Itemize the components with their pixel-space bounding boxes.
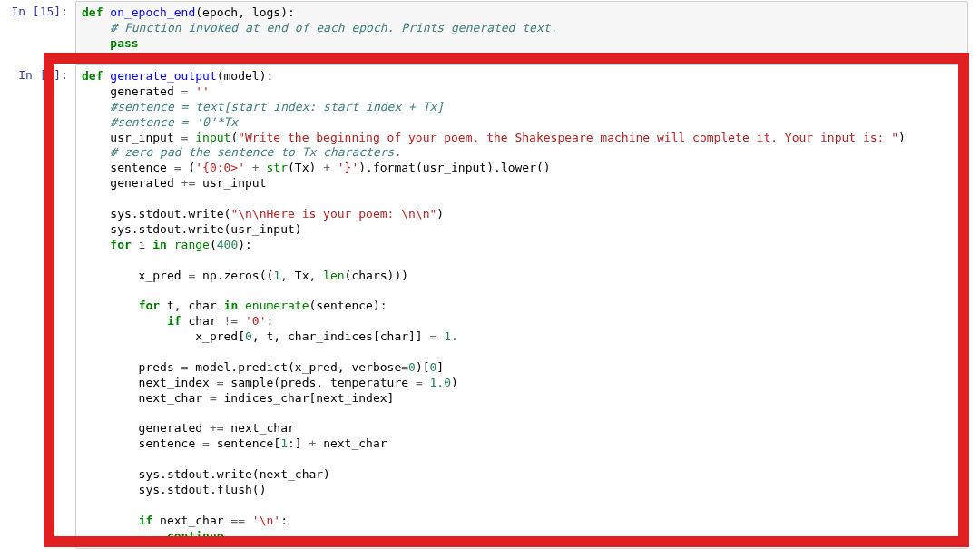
token-bin: range [174, 238, 210, 251]
token-com: #sentence = text[start_index: start_inde… [110, 100, 444, 113]
token-text: sys.stdout.flush() [82, 483, 267, 496]
token-kw: for [139, 299, 160, 312]
token-num: 0 [245, 329, 252, 343]
token-str: '{0:0>' [195, 161, 245, 174]
token-kw: pass [110, 36, 138, 50]
token-text: x_pred [82, 269, 188, 282]
token-text: next_char [224, 421, 295, 435]
token-text: ) [451, 376, 458, 389]
token-str: '}' [338, 161, 358, 174]
token-text: : [280, 514, 288, 527]
token-kw: in [152, 238, 167, 251]
token-op: != [224, 314, 239, 328]
token-str: "Write the beginning of your poem, the S… [238, 131, 898, 144]
token-text: (epoch, logs): [195, 5, 295, 19]
token-com: # Function invoked at end of each epoch.… [110, 21, 557, 34]
token-op: = [401, 360, 408, 374]
token-text [330, 161, 338, 174]
token-def: on_epoch_end [110, 5, 195, 19]
token-kw: in [224, 299, 239, 312]
token-text: i [132, 238, 152, 251]
token-text: ] [436, 360, 444, 374]
token-bin: str [267, 161, 288, 174]
token-text: next_char [316, 436, 387, 450]
token-text: usr_input [82, 131, 181, 144]
token-text: )[ [416, 360, 430, 374]
token-kw: def [82, 69, 110, 83]
token-text: generated [82, 421, 210, 435]
code-input-area[interactable]: def on_epoch_end(epoch, logs): # Functio… [75, 1, 968, 56]
token-str: '0' [245, 314, 266, 328]
token-def: generate_output [110, 69, 216, 83]
token-text [436, 329, 444, 343]
token-str: '' [195, 84, 210, 98]
token-num: 1.0 [430, 376, 451, 389]
token-text [82, 145, 110, 159]
token-num: 1 [273, 269, 280, 282]
token-op: = [202, 436, 210, 450]
token-text: model.predict(x_pred, verbose [188, 360, 401, 374]
token-op: += [210, 421, 224, 435]
token-kw: if [167, 314, 181, 328]
token-str: '\n' [252, 514, 280, 527]
token-text: x_pred[ [82, 329, 245, 343]
token-text: .format(usr_input) [366, 161, 494, 174]
token-text: ( [210, 238, 217, 251]
cell-prompt: In [15]: [1, 1, 75, 56]
token-com: # zero pad the sentence to Tx characters… [110, 145, 401, 159]
token-text: (chars))) [345, 269, 408, 282]
token-text: generated [82, 176, 181, 190]
token-text: sys.stdout.write(usr_input) [82, 222, 302, 236]
token-text: np.zeros(( [195, 269, 273, 282]
token-text [82, 115, 110, 129]
token-text: sample(preds, temperature [224, 376, 416, 389]
token-text: .lower() [494, 161, 551, 174]
code-cell-2: In [ ]: def generate_output(model): gene… [0, 64, 969, 549]
token-text: next_char [82, 391, 210, 405]
token-text: generated [82, 84, 181, 98]
token-text: sentence [82, 161, 174, 174]
token-text: sentence [82, 436, 202, 450]
token-text [82, 36, 110, 50]
token-text: indices_char[next_index] [217, 391, 395, 405]
token-text: ) [436, 207, 444, 221]
token-text: next_char [152, 514, 230, 527]
token-text: char [181, 314, 224, 328]
token-text: sys.stdout.write(next_char) [82, 467, 330, 481]
token-text [82, 299, 139, 312]
token-text: preds [82, 360, 181, 374]
token-kw: if [139, 514, 153, 527]
token-text [82, 238, 110, 251]
token-text [82, 21, 110, 34]
token-bin: len [323, 269, 344, 282]
token-text: ) [358, 161, 366, 174]
token-text: usr_input [195, 176, 266, 190]
code-input-area[interactable]: def generate_output(model): generated = … [75, 64, 968, 549]
token-text: : [267, 314, 274, 328]
token-text: ): [238, 238, 252, 251]
cell-prompt: In [ ]: [1, 64, 75, 549]
token-num: 0 [408, 360, 416, 374]
token-op: + [252, 161, 260, 174]
token-op: = [210, 391, 217, 405]
token-text [245, 161, 252, 174]
token-text [82, 529, 167, 543]
token-text: next_index [82, 376, 217, 389]
token-text: (sentence): [309, 299, 387, 312]
token-text [82, 514, 139, 527]
token-op: = [217, 376, 224, 389]
token-text [245, 514, 252, 527]
token-text: sys.stdout.write( [82, 207, 230, 221]
token-kw: for [110, 238, 131, 251]
token-text [238, 314, 245, 328]
token-bin: input [195, 131, 230, 144]
token-text [423, 376, 430, 389]
token-text: , t, char_indices[char]] [252, 329, 430, 343]
token-op: = [416, 376, 423, 389]
token-text [260, 161, 267, 174]
token-com: #sentence = '0'*Tx [110, 115, 238, 129]
token-text: ( [181, 161, 196, 174]
token-text [238, 299, 245, 312]
token-num: 400 [217, 238, 238, 251]
token-op: == [230, 514, 245, 527]
